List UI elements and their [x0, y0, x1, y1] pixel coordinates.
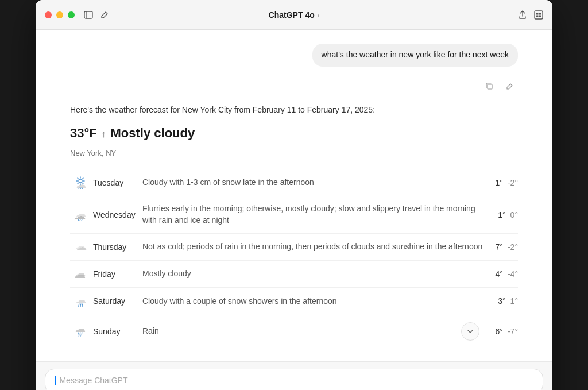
svg-rect-0: [84, 11, 92, 18]
current-weather: 33°F ↑ Mostly cloudy: [70, 123, 518, 143]
temp-arrow: ↑: [102, 129, 106, 139]
titlebar-sidebar-icons: [84, 10, 109, 20]
edit-message-icon[interactable]: [502, 78, 518, 94]
day-saturday: Saturday: [91, 295, 142, 307]
current-condition: Mostly cloudy: [111, 126, 195, 140]
user-message: what's the weather in new york like for …: [312, 44, 518, 67]
weather-forecast-table: Tuesday Cloudy with 1-3 cm of snow late …: [70, 169, 518, 347]
svg-rect-4: [539, 13, 541, 15]
desc-friday: Mostly cloudy: [142, 268, 486, 280]
desc-tuesday: Cloudy with 1-3 cm of snow late in the a…: [142, 177, 486, 188]
weather-icon-wednesday: [70, 208, 91, 221]
svg-line-21: [80, 219, 80, 221]
weather-row-sunday: Sunday Rain 6° -7°: [70, 315, 518, 347]
titlebar: ChatGPT 4o ›: [36, 0, 552, 30]
current-location: New York, NY: [70, 148, 518, 160]
input-placeholder: Message ChatGPT: [59, 376, 127, 385]
forecast-intro: Here's the weather forecast for New York…: [70, 103, 518, 116]
svg-line-22: [82, 219, 82, 221]
input-cursor: [55, 376, 56, 385]
day-sunday: Sunday: [91, 325, 142, 338]
message-input-box[interactable]: Message ChatGPT: [45, 369, 543, 390]
titlebar-right-icons: [518, 10, 543, 20]
weather-row-tuesday: Tuesday Cloudy with 1-3 cm of snow late …: [70, 169, 518, 196]
day-thursday: Thursday: [91, 241, 142, 253]
share-icon[interactable]: [518, 10, 527, 20]
weather-icon-friday: [70, 268, 91, 280]
temps-sunday: 6° -7°: [496, 325, 518, 338]
app-window: ChatGPT 4o › what's the weather in new y…: [36, 0, 552, 390]
temps-wednesday: 1° 0°: [498, 208, 518, 221]
svg-line-23: [79, 304, 79, 306]
svg-line-31: [82, 333, 82, 334]
desc-thursday: Not as cold; periods of rain in the morn…: [142, 241, 486, 253]
app-title-group: ChatGPT 4o ›: [269, 10, 320, 20]
day-wednesday: Wednesday: [91, 208, 142, 221]
title-arrow: ›: [317, 10, 320, 20]
ai-response: Here's the weather forecast for New York…: [70, 103, 518, 347]
minimize-button[interactable]: [56, 11, 63, 18]
svg-line-29: [78, 333, 79, 334]
weather-row-friday: Friday Mostly cloudy 4° -4°: [70, 260, 518, 287]
svg-line-16: [78, 183, 78, 184]
user-message-wrapper: what's the weather in new york like for …: [70, 44, 518, 67]
svg-point-26: [80, 306, 81, 307]
temps-tuesday: 1° -2°: [496, 176, 518, 189]
svg-line-17: [79, 188, 79, 189]
svg-line-14: [83, 183, 83, 184]
svg-point-8: [79, 179, 82, 183]
day-friday: Friday: [91, 268, 142, 280]
temps-friday: 4° -4°: [496, 268, 518, 280]
weather-icon-tuesday: [70, 176, 91, 189]
copy-icon[interactable]: [481, 78, 497, 94]
maximize-button[interactable]: [68, 11, 75, 18]
weather-row-thursday: Thursday Not as cold; periods of rain in…: [70, 233, 518, 260]
gallery-icon[interactable]: [534, 10, 543, 20]
desc-wednesday: Flurries early in the morning; otherwise…: [142, 203, 489, 226]
svg-rect-5: [536, 15, 539, 17]
svg-line-30: [80, 333, 80, 334]
svg-line-32: [79, 335, 79, 337]
temps-thursday: 7° -2°: [496, 241, 518, 253]
svg-line-18: [80, 188, 81, 189]
current-temp: 33°F: [70, 126, 97, 140]
input-area: Message ChatGPT + Search: [36, 361, 552, 390]
desc-sunday: Rain: [142, 326, 454, 337]
svg-line-33: [80, 335, 81, 337]
weather-icon-saturday: [70, 295, 91, 308]
day-tuesday: Tuesday: [91, 176, 142, 189]
close-button[interactable]: [45, 11, 52, 18]
traffic-lights: [45, 11, 75, 18]
sidebar-icon[interactable]: [84, 10, 93, 20]
svg-rect-3: [536, 13, 539, 15]
weather-icon-thursday: [70, 241, 91, 253]
svg-line-25: [80, 304, 81, 306]
svg-point-28: [82, 306, 83, 307]
svg-line-27: [82, 304, 83, 306]
weather-icon-sunday: [70, 325, 91, 338]
temps-saturday: 3° 1°: [498, 295, 518, 307]
app-title: ChatGPT 4o: [269, 10, 315, 20]
svg-rect-2: [535, 11, 543, 19]
weather-row-wednesday: Wednesday Flurries early in the morning;…: [70, 196, 518, 233]
weather-row-saturday: Saturday Cloudy with a couple of snow sh…: [70, 287, 518, 314]
desc-saturday: Cloudy with a couple of snow showers in …: [142, 296, 489, 307]
svg-point-24: [78, 306, 79, 307]
chat-area: what's the weather in new york like for …: [36, 30, 552, 361]
svg-line-20: [78, 219, 79, 221]
svg-line-15: [83, 178, 83, 179]
edit-icon[interactable]: [100, 10, 109, 20]
svg-line-13: [78, 178, 78, 179]
message-actions: [70, 78, 518, 94]
svg-line-19: [82, 188, 83, 189]
svg-rect-6: [539, 15, 541, 17]
scroll-down-indicator[interactable]: [461, 322, 479, 341]
svg-rect-7: [488, 84, 492, 89]
